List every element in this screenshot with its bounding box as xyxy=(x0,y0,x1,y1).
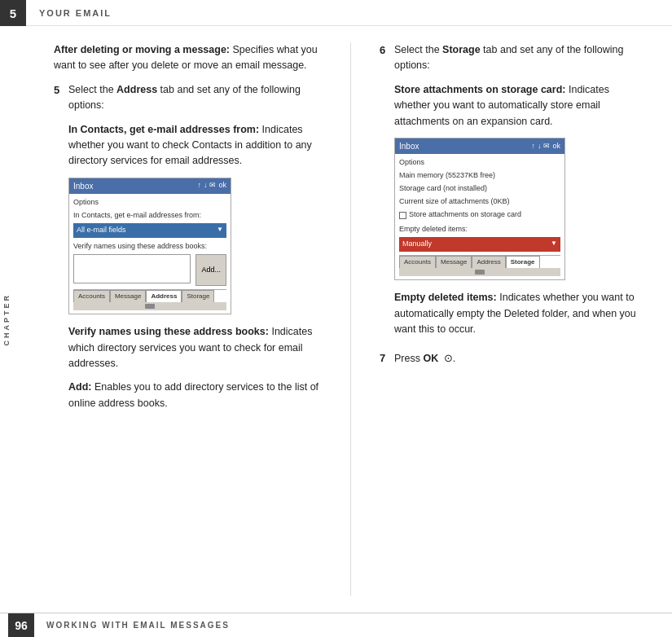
ss-left-dropdown-arrow: ▼ xyxy=(217,225,223,236)
ss-right-checkbox-label: Store attachments on storage card xyxy=(409,209,521,221)
ss-left-tab-bar: Accounts Message Address Storage xyxy=(73,289,226,302)
in-contacts-bold: In Contacts, get e-mail addresses from: xyxy=(68,124,259,135)
after-deleting-bold: After deleting or moving a message: xyxy=(54,44,230,55)
ss-left-verify-label: Verify names using these address books: xyxy=(73,241,226,253)
verify-names-para: Verify names using these address books: … xyxy=(68,324,322,371)
column-divider xyxy=(350,42,351,596)
step-7-content: Press OK ⊙. xyxy=(394,350,648,375)
store-attach-bold: Store attachments on storage card: xyxy=(394,84,565,95)
ss-right-dropdown-arrow: ▼ xyxy=(551,239,557,250)
store-attach-para: Store attachments on storage card: Indic… xyxy=(394,82,648,130)
step-5-row: 5 Select the Address tab and set any of … xyxy=(54,82,322,420)
ss-right-checkbox-row: Store attachments on storage card xyxy=(399,209,560,221)
ss-right-body: Options Main memory (55237KB free) Stora… xyxy=(395,154,564,279)
empty-deleted-para: Empty deleted items: Indicates whether y… xyxy=(394,290,648,337)
right-column: 6 Select the Storage tab and set any of … xyxy=(380,42,648,596)
screenshot-right: Inbox ↑ ↓ ✉ ok Options Main memory (5523… xyxy=(394,138,565,280)
ss-right-empty-label: Empty deleted items: xyxy=(399,224,560,235)
ss-right-tab-message[interactable]: Message xyxy=(436,256,472,268)
ss-left-nav-icon xyxy=(145,304,155,309)
step-6-content: Select the Storage tab and set any of th… xyxy=(394,42,648,345)
ss-left-title: Inbox xyxy=(73,180,93,193)
after-deleting-para: After deleting or moving a message: Spec… xyxy=(54,42,322,74)
bottom-bar: 96 WORKING WITH EMAIL MESSAGES xyxy=(0,613,672,637)
step7-bold: OK xyxy=(423,353,438,364)
step-6-num: 6 xyxy=(380,42,394,345)
step7-text: Press xyxy=(394,353,423,364)
step6-text-before: Select the xyxy=(394,44,442,55)
step-6-row: 6 Select the Storage tab and set any of … xyxy=(380,42,648,345)
step6-bold: Storage xyxy=(442,44,481,55)
ss-left-options: Options xyxy=(73,197,226,209)
chapter-label: CHAPTER xyxy=(0,26,13,613)
ss-left-bottom-bar xyxy=(73,302,226,310)
ss-right-dropdown: Manually ▼ xyxy=(399,237,560,252)
ss-right-icons: ↑ ↓ ✉ ok xyxy=(531,141,560,152)
step-5-num: 5 xyxy=(54,82,68,420)
empty-deleted-bold: Empty deleted items: xyxy=(394,292,497,303)
ss-left-dropdown: All e-mail fields ▼ xyxy=(73,223,226,238)
ss-left-tab-accounts[interactable]: Accounts xyxy=(73,290,110,302)
step-7-row: 7 Press OK ⊙. xyxy=(380,350,648,375)
ss-right-options: Options xyxy=(399,157,560,169)
ss-right-checkbox[interactable] xyxy=(399,212,406,219)
ss-right-tab-bar: Accounts Message Address Storage xyxy=(399,255,560,268)
ss-right-line2: Storage card (not installed) xyxy=(399,183,560,195)
step-5-content: Select the Address tab and set any of th… xyxy=(68,82,322,420)
step5-text-before: Select the xyxy=(68,84,116,95)
ss-left-list-box xyxy=(73,254,191,283)
step5-bold: Address xyxy=(116,84,157,95)
ss-left-list-area: Add... xyxy=(73,254,226,286)
add-para: Add: Enables you to add directory servic… xyxy=(68,380,322,411)
top-bar: 5 YOUR EMAIL xyxy=(0,0,672,26)
in-contacts-para: In Contacts, get e-mail addresses from: … xyxy=(68,122,322,169)
ss-left-tab-address[interactable]: Address xyxy=(146,290,182,302)
ss-right-title: Inbox xyxy=(399,140,419,153)
step-7-num: 7 xyxy=(380,350,394,375)
screenshot-left: Inbox ↑ ↓ ✉ ok Options In Contacts, get … xyxy=(68,178,231,315)
step7-icon: ⊙ xyxy=(444,352,453,364)
ss-right-titlebar: Inbox ↑ ↓ ✉ ok xyxy=(395,138,564,155)
ss-left-icons: ↑ ↓ ✉ ok xyxy=(197,180,226,191)
ss-right-dropdown-text: Manually xyxy=(402,239,432,250)
ss-right-bottom-bar xyxy=(399,268,560,276)
ss-right-nav-icon xyxy=(475,270,485,275)
verify-names-bold: Verify names using these address books: xyxy=(68,326,269,337)
ss-left-body: Options In Contacts, get e-mail addresse… xyxy=(69,194,231,314)
ss-left-titlebar: Inbox ↑ ↓ ✉ ok xyxy=(69,178,231,195)
ss-right-tab-address[interactable]: Address xyxy=(472,256,505,268)
top-bar-title: YOUR EMAIL xyxy=(39,8,112,18)
ss-left-dropdown-text: All e-mail fields xyxy=(77,225,126,236)
ss-right-line1: Main memory (55237KB free) xyxy=(399,170,560,182)
ss-right-tab-accounts[interactable]: Accounts xyxy=(399,256,436,268)
ss-right-tab-storage[interactable]: Storage xyxy=(506,256,540,268)
page-number: 96 xyxy=(8,613,34,638)
add-bold: Add: xyxy=(68,381,91,393)
chapter-number: 5 xyxy=(0,0,26,26)
left-column: After deleting or moving a message: Spec… xyxy=(54,42,322,596)
bottom-text: WORKING WITH EMAIL MESSAGES xyxy=(46,621,230,630)
add-text: Enables you to add directory services to… xyxy=(68,381,318,408)
ss-left-tab-message[interactable]: Message xyxy=(110,290,146,302)
main-content: After deleting or moving a message: Spec… xyxy=(13,26,672,613)
ss-right-line3: Current size of attachments (0KB) xyxy=(399,196,560,208)
ss-left-add-button[interactable]: Add... xyxy=(195,254,226,286)
ss-left-tab-storage[interactable]: Storage xyxy=(182,290,214,302)
ss-left-in-contacts-label: In Contacts, get e-mail addresses from: xyxy=(73,210,226,222)
